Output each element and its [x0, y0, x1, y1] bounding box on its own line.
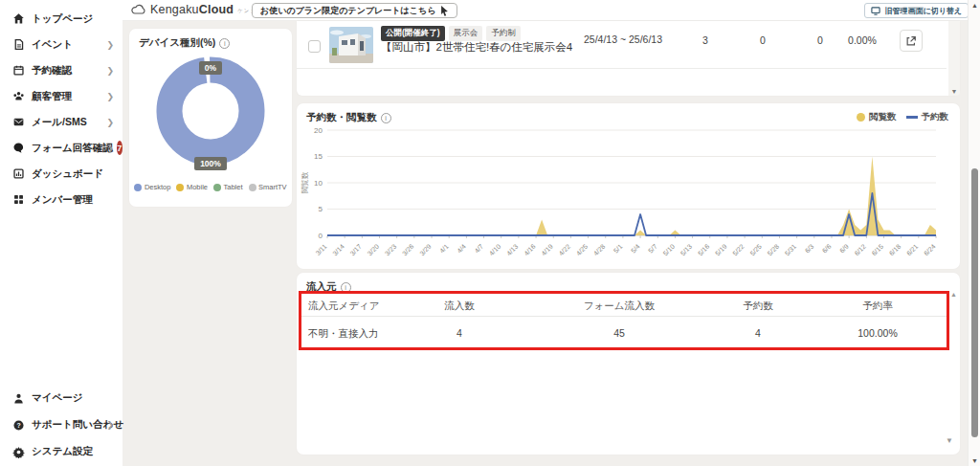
info-icon[interactable]: i [381, 113, 391, 123]
sidebar-item-マイページ[interactable]: マイページ [0, 385, 122, 411]
chevron-right-icon: ❯ [106, 40, 114, 50]
cursor-icon [440, 6, 449, 16]
device-panel-title: デバイス種別(%) i [139, 36, 230, 50]
source-panel-title: 流入元 i [306, 280, 351, 294]
sidebar-item-フォーム回答確認[interactable]: フォーム回答確認7❯ [0, 135, 122, 161]
device-legend-item: Desktop [134, 183, 170, 191]
svg-text:6/21: 6/21 [905, 243, 920, 257]
page-scrollbar[interactable]: ▲ ▼ [968, 0, 980, 466]
events-scrollbar[interactable]: ▼ [948, 21, 960, 96]
device-legend-item: Mobile [176, 183, 208, 191]
sidebar-item-顧客管理[interactable]: 顧客管理❯ [0, 83, 122, 109]
row-divider [297, 68, 947, 69]
device-donut-ring [168, 69, 252, 152]
svg-text:4/7: 4/7 [473, 243, 484, 255]
sidebar-item-システム設定[interactable]: システム設定 [0, 438, 122, 465]
chevron-right-icon: ❯ [106, 420, 114, 430]
col-header-rate: 予約率 [820, 300, 935, 313]
event-stat-rate: 0.00% [834, 34, 891, 46]
reservations-legend-line [906, 116, 918, 119]
svg-text:5/4: 5/4 [630, 243, 641, 255]
chevron-right-icon: ❯ [106, 144, 114, 153]
sidebar-item-メール/SMS[interactable]: メール/SMS❯ [0, 109, 122, 135]
svg-text:0: 0 [319, 232, 323, 240]
gear-icon [12, 446, 25, 458]
sidebar-item-予約確認[interactable]: 予約確認❯ [0, 57, 122, 83]
device-legend-item: SmartTV [249, 183, 287, 191]
svg-text:5/28: 5/28 [767, 243, 781, 257]
svg-text:6/6: 6/6 [821, 243, 833, 255]
chart-legend: 閲覧数 予約数 [857, 111, 948, 123]
help-icon: ? [12, 419, 25, 432]
event-date-range: 25/4/13 ~ 25/6/13 [584, 33, 662, 45]
sidebar-item-label: 予約確認 [32, 64, 72, 78]
scroll-up-icon[interactable]: ▲ [950, 291, 957, 298]
line-chart: 05101520閲覧数3/113/143/173/203/233/263/294… [301, 126, 956, 267]
switch-button-label: 旧管理画面に切り替え [884, 6, 962, 16]
svg-text:3/23: 3/23 [384, 243, 398, 257]
notification-badge: 7 [117, 141, 122, 155]
reservations-legend-label: 予約数 [922, 111, 949, 123]
app-logo-text: KengakuCloud [150, 3, 234, 16]
event-icon [12, 38, 25, 51]
event-title[interactable]: 【岡山市】2世帯住宅!春の住宅展示会4 [381, 40, 580, 55]
event-row-checkbox[interactable] [308, 40, 321, 53]
mail-icon [12, 116, 25, 128]
svg-text:4/10: 4/10 [488, 243, 502, 257]
sidebar-footer-nav: マイページ?サポート問い合わせ❯システム設定 [0, 385, 122, 465]
sidebar-item-ダッシュボード[interactable]: ダッシュボード [0, 161, 122, 187]
sidebar-item-メンバー管理[interactable]: メンバー管理 [0, 187, 122, 212]
svg-text:3/11: 3/11 [314, 243, 327, 256]
sidebar-item-サポート問い合わせ[interactable]: ?サポート問い合わせ❯ [0, 411, 122, 438]
event-thumbnail[interactable] [329, 27, 373, 63]
device-legend-item: Tablet [213, 183, 243, 191]
template-button[interactable]: お使いのプラン限定のテンプレートはこちら [252, 3, 457, 18]
sidebar-item-label: システム設定 [32, 445, 93, 458]
svg-text:4/22: 4/22 [558, 243, 572, 257]
col-header-reservations: 予約数 [701, 300, 815, 313]
scrollbar-thumb[interactable] [971, 168, 978, 437]
sidebar-item-label: マイページ [32, 391, 82, 405]
event-badges: 公開(開催終了) 展示会 予約制 [381, 26, 521, 41]
svg-text:5/10: 5/10 [662, 243, 677, 257]
traffic-source-panel: 流入元 i 流入元メディア 流入数 フォーム流入数 予約数 予約率 不明・直接入… [297, 273, 960, 455]
cell-rate: 100.00% [820, 327, 935, 339]
scroll-down-icon[interactable]: ▼ [946, 436, 953, 445]
svg-text:5/19: 5/19 [714, 243, 728, 257]
views-legend-dot [857, 113, 865, 122]
table-header-divider [299, 316, 949, 317]
svg-text:6/15: 6/15 [871, 243, 885, 257]
sidebar-item-label: イベント [32, 38, 73, 52]
switch-to-old-admin-button[interactable]: 旧管理画面に切り替え [864, 3, 969, 18]
svg-text:6/9: 6/9 [838, 243, 850, 255]
reservation-icon [12, 64, 25, 77]
scrollbar-down-icon[interactable]: ▼ [969, 457, 980, 464]
svg-text:5/7: 5/7 [647, 243, 658, 255]
sidebar-item-イベント[interactable]: イベント❯ [0, 32, 122, 57]
device-legend: DesktopMobileTabletSmartTV [129, 183, 292, 191]
sidebar-nav: トップページイベント❯予約確認❯顧客管理❯メール/SMS❯フォーム回答確認7❯ダ… [0, 6, 122, 212]
tag-badge: 予約制 [486, 26, 521, 41]
cell-inflow: 4 [402, 327, 517, 339]
open-event-button[interactable] [900, 30, 923, 52]
scrollbar-up-icon[interactable]: ▲ [969, 2, 980, 9]
info-icon[interactable]: i [219, 38, 230, 49]
donut-label-0pct: 0% [199, 61, 222, 75]
col-header-form-inflow: フォーム流入数 [562, 300, 677, 313]
tag-badge: 展示会 [449, 26, 483, 41]
svg-text:6/24: 6/24 [923, 243, 937, 257]
sidebar-item-label: メール/SMS [32, 116, 87, 129]
scroll-down-icon[interactable]: ▼ [948, 88, 960, 95]
status-badge: 公開(開催終了) [381, 26, 445, 41]
sidebar: トップページイベント❯予約確認❯顧客管理❯メール/SMS❯フォーム回答確認7❯ダ… [0, 0, 122, 466]
svg-text:5/22: 5/22 [731, 243, 746, 257]
svg-text:5/31: 5/31 [784, 243, 798, 257]
svg-text:5/13: 5/13 [679, 243, 694, 257]
svg-text:15: 15 [314, 152, 323, 161]
svg-text:4/16: 4/16 [523, 243, 537, 257]
svg-text:4/19: 4/19 [540, 243, 554, 257]
sidebar-item-トップページ[interactable]: トップページ [0, 6, 122, 32]
home-icon [12, 12, 25, 25]
info-icon[interactable]: i [341, 282, 351, 293]
svg-text:3/14: 3/14 [331, 243, 345, 257]
